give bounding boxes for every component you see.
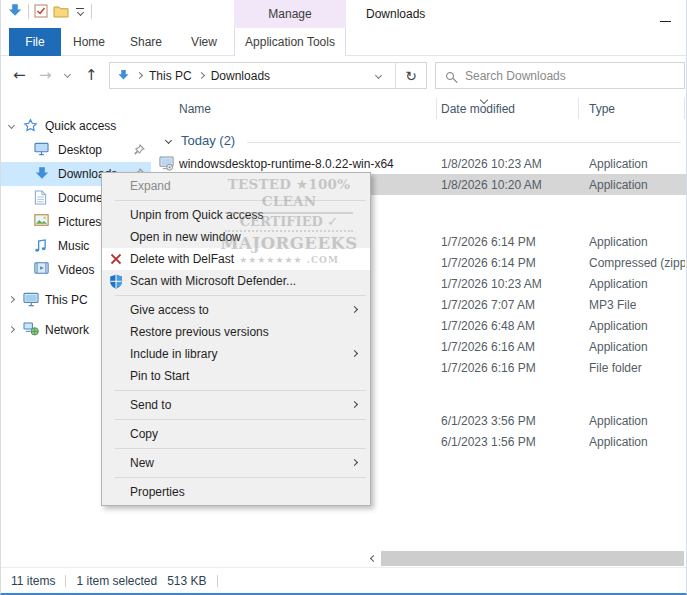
status-bar: 11 items 1 item selected 513 KB <box>1 567 686 593</box>
menu-item-delete-with-delfast[interactable]: Delete with DelFast <box>102 248 370 270</box>
menu-item-copy[interactable]: Copy <box>102 423 370 445</box>
sidebar-item-label: Desktop <box>58 143 102 157</box>
items-count: 11 items <box>11 574 55 588</box>
menu-item-properties[interactable]: Properties <box>102 481 370 503</box>
file-date-modified: 1/7/2026 6:16 PM <box>441 361 536 375</box>
menu-item-new[interactable]: New <box>102 452 370 474</box>
defender-shield-icon <box>109 274 123 289</box>
search-box[interactable] <box>435 62 685 89</box>
tab-home[interactable]: Home <box>65 28 113 56</box>
horizontal-scrollbar[interactable] <box>151 551 687 566</box>
properties-icon[interactable] <box>34 4 48 18</box>
submenu-arrow-icon <box>351 306 358 313</box>
minimize-icon <box>660 21 671 22</box>
network-icon <box>23 322 39 336</box>
collapse-group-icon[interactable] <box>165 137 172 144</box>
desktop-icon <box>34 142 49 156</box>
tab-file[interactable]: File <box>9 28 61 56</box>
menu-item-label: Copy <box>130 427 158 441</box>
pin-icon <box>133 144 145 156</box>
ribbon-tab-bar: File Home Share View Application Tools <box>1 28 686 56</box>
contextual-tab-group-manage[interactable]: Manage <box>234 0 346 28</box>
file-type: Application <box>589 235 648 249</box>
menu-item-scan-with-microsoft-defender[interactable]: Scan with Microsoft Defender... <box>102 270 370 292</box>
address-dropdown-icon[interactable] <box>375 72 382 79</box>
menu-item-label: Include in library <box>130 347 217 361</box>
qat-divider <box>91 4 92 19</box>
menu-item-label: Pin to Start <box>130 369 189 383</box>
tab-application-tools[interactable]: Application Tools <box>234 28 346 56</box>
music-icon <box>34 238 47 253</box>
expander-right-icon[interactable] <box>8 296 15 303</box>
recent-locations-icon[interactable] <box>64 71 71 78</box>
column-divider[interactable] <box>436 98 437 119</box>
quick-access-toolbar <box>7 3 92 19</box>
menu-item-send-to[interactable]: Send to <box>102 394 370 416</box>
menu-item-pin-to-start[interactable]: Pin to Start <box>102 365 370 387</box>
menu-item-include-in-library[interactable]: Include in library <box>102 343 370 365</box>
sidebar-item-label: Network <box>45 323 89 337</box>
menu-separator <box>115 390 366 391</box>
refresh-icon[interactable]: ↻ <box>396 68 426 84</box>
menu-item-unpin-from-quick-access[interactable]: Unpin from Quick access <box>102 204 370 226</box>
pc-icon <box>23 292 39 307</box>
menu-item-label: Expand <box>130 179 171 193</box>
app-downloads-icon <box>7 3 23 19</box>
search-icon <box>446 72 454 80</box>
window-title: Downloads <box>366 7 425 21</box>
column-header-date-modified[interactable]: Date modified <box>441 102 515 116</box>
menu-item-give-access-to[interactable]: Give access to <box>102 299 370 321</box>
up-icon[interactable]: ↑ <box>85 65 98 85</box>
tab-share[interactable]: Share <box>119 28 173 56</box>
column-header-type[interactable]: Type <box>589 102 615 116</box>
selection-size: 513 KB <box>167 574 206 588</box>
file-type: Application <box>589 277 648 291</box>
column-header-name[interactable]: Name <box>179 102 211 116</box>
search-input[interactable] <box>463 68 684 84</box>
sidebar-item-label: This PC <box>45 293 88 307</box>
new-folder-icon[interactable] <box>53 5 69 18</box>
menu-separator <box>115 295 366 296</box>
sidebar-item-desktop[interactable]: Desktop <box>1 138 151 162</box>
expander-down-icon[interactable] <box>8 122 15 129</box>
breadcrumb-chevron-icon <box>198 72 205 79</box>
menu-item-label: Unpin from Quick access <box>130 208 263 222</box>
menu-item-label: Give access to <box>130 303 209 317</box>
submenu-arrow-icon <box>351 401 358 408</box>
explorer-window: Manage Downloads File Home Share View Ap… <box>0 0 687 595</box>
file-date-modified: 1/7/2026 10:23 AM <box>441 277 542 291</box>
menu-item-label: Properties <box>130 485 185 499</box>
delete-x-icon <box>109 252 123 266</box>
back-icon[interactable]: ← <box>13 65 26 85</box>
scrollbar-thumb[interactable] <box>381 551 684 566</box>
menu-separator <box>115 200 366 201</box>
group-header-today-2[interactable]: Today (2) <box>151 131 687 153</box>
download-icon <box>34 166 50 182</box>
menu-separator <box>115 477 366 478</box>
menu-item-restore-previous-versions[interactable]: Restore previous versions <box>102 321 370 343</box>
sidebar-item-quick-access[interactable]: Quick access <box>1 114 151 138</box>
menu-item-label: Open in new window <box>130 230 241 244</box>
minimize-button[interactable] <box>654 6 676 22</box>
column-divider[interactable] <box>684 98 685 119</box>
menu-item-label: Delete with DelFast <box>130 252 234 266</box>
title-bar: Manage Downloads <box>1 0 686 28</box>
file-type: File folder <box>589 361 642 375</box>
menu-item-open-in-new-window[interactable]: Open in new window <box>102 226 370 248</box>
submenu-arrow-icon <box>351 459 358 466</box>
file-row[interactable]: windowsdesktop-runtime-8.0.22-win-x641/8… <box>151 153 687 174</box>
tab-view[interactable]: View <box>179 28 229 56</box>
customize-qat-dropdown-icon[interactable] <box>74 6 86 17</box>
scroll-left-icon[interactable] <box>366 551 381 566</box>
group-rule <box>247 142 681 143</box>
expander-right-icon[interactable] <box>8 326 15 333</box>
breadcrumb-this-pc[interactable]: This PC <box>149 69 192 83</box>
address-bar: ← → ↑ This PC Downloads ↻ <box>1 56 686 95</box>
star-icon <box>23 118 38 133</box>
selection-count: 1 item selected <box>76 574 157 588</box>
breadcrumb-downloads[interactable]: Downloads <box>211 69 270 83</box>
column-divider[interactable] <box>578 98 579 119</box>
breadcrumb[interactable]: This PC Downloads ↻ <box>109 62 427 89</box>
videos-icon <box>34 262 49 274</box>
pictures-icon <box>34 214 49 226</box>
